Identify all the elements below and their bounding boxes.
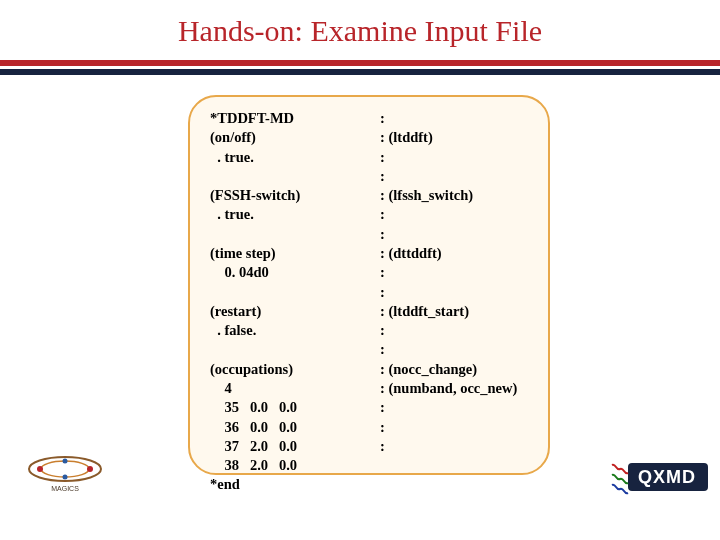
input-right-column: : : (ltddft) : : : (lfssh_switch) : : : … <box>380 109 528 495</box>
svg-point-3 <box>87 466 93 472</box>
input-file-panel: *TDDFT-MD (on/off) . true. (FSSH-switch)… <box>188 95 550 475</box>
qxmd-logo: QXMD <box>610 455 710 497</box>
input-left-column: *TDDFT-MD (on/off) . true. (FSSH-switch)… <box>210 109 380 495</box>
content-area: *TDDFT-MD (on/off) . true. (FSSH-switch)… <box>0 75 720 505</box>
magics-logo-svg: MAGICS <box>20 447 110 497</box>
svg-text:MAGICS: MAGICS <box>51 485 79 492</box>
qxmd-logo-svg: QXMD <box>610 455 710 497</box>
svg-point-4 <box>63 459 68 464</box>
page-title: Hands-on: Examine Input File <box>0 0 720 58</box>
qxmd-logo-text: QXMD <box>638 467 696 487</box>
svg-point-2 <box>37 466 43 472</box>
title-rule <box>0 60 720 75</box>
magics-logo: MAGICS <box>20 447 110 497</box>
svg-point-5 <box>63 475 68 480</box>
input-columns: *TDDFT-MD (on/off) . true. (FSSH-switch)… <box>210 109 528 495</box>
rule-red <box>0 60 720 66</box>
